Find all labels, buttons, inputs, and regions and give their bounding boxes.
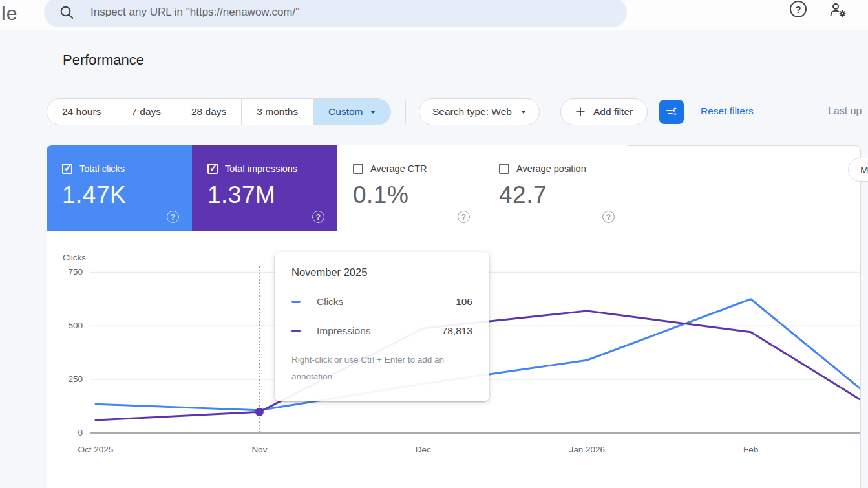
user-settings-button[interactable] [829, 2, 847, 20]
filter-sparkle-icon [664, 105, 679, 119]
tooltip-series-value: 78,813 [442, 325, 472, 337]
google-logo-fragment: le [1, 3, 17, 25]
tab-3-months[interactable]: 3 months [241, 99, 313, 125]
chart-tooltip: November 2025 Clicks 106 Impressions 78,… [275, 252, 489, 401]
title-divider [47, 85, 868, 85]
chevron-down-icon [370, 111, 376, 114]
y-axis-tick: 0 [59, 428, 83, 438]
scorecard-total-clicks[interactable]: Total clicks 1.47K ? [47, 145, 192, 231]
x-axis-label: Jan 2026 [558, 445, 616, 454]
scorecard-average-position[interactable]: Average position 42.7 ? [483, 145, 628, 231]
checkbox-unchecked-icon[interactable] [499, 164, 509, 174]
search-type-dropdown[interactable]: Search type: Web [419, 98, 540, 125]
x-axis-label: Dec [394, 445, 452, 454]
scorecard-value: 0.1% [353, 182, 408, 209]
tab-custom[interactable]: Custom [313, 99, 390, 125]
tab-7-days[interactable]: 7 days [116, 99, 176, 125]
y-axis-tick: 250 [59, 374, 83, 384]
checkbox-checked-icon[interactable] [62, 164, 72, 174]
add-filter-label: Add filter [593, 106, 633, 118]
clicks-series-swatch [291, 301, 301, 303]
y-axis-tick: 750 [59, 267, 83, 277]
reset-filters-link[interactable]: Reset filters [701, 105, 754, 117]
scorecard-label: Total impressions [225, 164, 297, 174]
search-placeholder: Inspect any URL in "https://nenawow.com/… [90, 6, 299, 19]
scorecard-average-ctr[interactable]: Average CTR 0.1% ? [337, 145, 483, 231]
tab-28-days[interactable]: 28 days [176, 99, 241, 125]
help-icon[interactable]: ? [312, 211, 324, 223]
chevron-down-icon [521, 111, 526, 114]
scorecard-value: 1.47K [62, 182, 126, 209]
checkbox-checked-icon[interactable] [207, 164, 218, 174]
tooltip-series-value: 106 [456, 296, 472, 308]
plus-icon [575, 107, 586, 117]
tooltip-row-clicks: Clicks 106 [291, 296, 472, 308]
page-title: Performance [63, 52, 144, 69]
tab-custom-label: Custom [328, 99, 363, 125]
y-axis-title: Clicks [63, 253, 86, 262]
impressions-series-swatch [291, 330, 301, 332]
search-console-performance-page: le Inspect any URL in "https://nenawow.c… [0, 0, 868, 488]
date-range-tabs: 24 hours 7 days 28 days 3 months Custom [47, 98, 391, 125]
y-axis-tick: 500 [59, 321, 83, 330]
scorecard-total-impressions[interactable]: Total impressions 1.37M ? [192, 145, 337, 231]
tooltip-title: November 2025 [291, 266, 472, 279]
scorecard-label: Total clicks [79, 164, 125, 174]
x-axis-label: Feb [722, 445, 780, 454]
search-icon [59, 5, 74, 19]
tooltip-row-impressions: Impressions 78,813 [291, 325, 472, 337]
checkbox-unchecked-icon[interactable] [353, 164, 363, 174]
help-icon[interactable]: ? [458, 211, 470, 223]
tooltip-series-name: Impressions [317, 325, 371, 337]
scorecard-value: 1.37M [207, 182, 275, 209]
last-updated-text: Last up [828, 105, 862, 117]
help-icon[interactable]: ? [602, 211, 615, 223]
scorecard-value: 42.7 [499, 182, 547, 209]
user-settings-icon [829, 2, 849, 19]
tab-24-hours[interactable]: 24 hours [47, 99, 116, 125]
x-axis-label: Oct 2025 [67, 445, 125, 454]
scorecard-label: Average CTR [370, 164, 427, 174]
filter-bar-separator [405, 100, 406, 124]
help-button[interactable]: ? [790, 1, 808, 19]
tooltip-annotation-hint: Right-click or use Ctrl + Enter to add a… [291, 352, 469, 385]
search-type-label: Search type: Web [432, 106, 512, 118]
smart-filter-button[interactable] [659, 100, 684, 124]
tooltip-series-name: Clicks [317, 296, 343, 308]
more-button-partial[interactable]: M [848, 158, 868, 182]
add-filter-button[interactable]: Add filter [560, 98, 648, 125]
help-icon: ? [790, 1, 807, 17]
scorecard-label: Average position [516, 164, 586, 174]
url-inspect-search-input[interactable]: Inspect any URL in "https://nenawow.com/… [44, 0, 627, 27]
help-icon[interactable]: ? [167, 211, 179, 223]
x-axis-label: Nov [230, 445, 288, 454]
